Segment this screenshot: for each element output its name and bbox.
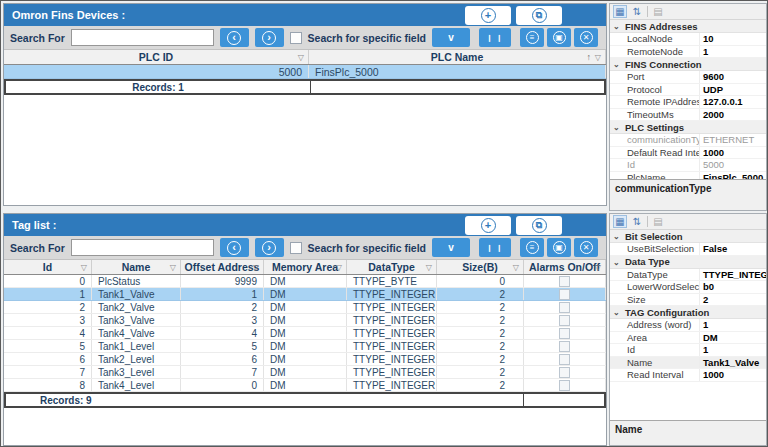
table-row[interactable]: 0 PlcStatus 9999 DM TTYPE_BYTE 0: [4, 275, 606, 288]
property-value[interactable]: TTYPE_INTEGER: [700, 269, 766, 281]
table-row[interactable]: 4 Tank4_Valve 4 DM TTYPE_INTEGER 2: [4, 327, 606, 340]
property-value[interactable]: 1000: [700, 369, 766, 381]
property-row[interactable]: Id5000: [610, 159, 766, 172]
property-row[interactable]: communicationTypeETHERNET: [610, 134, 766, 147]
filter-icon[interactable]: ▽: [595, 53, 601, 62]
property-value[interactable]: b0: [700, 281, 766, 293]
tag-column-id[interactable]: Id ▽: [4, 260, 92, 274]
tag-pause-button[interactable]: ❙ ❙: [479, 238, 511, 257]
tag-column-name[interactable]: Name ▽: [92, 260, 181, 274]
property-row[interactable]: RemoteNode1: [610, 46, 766, 59]
property-value[interactable]: 1000: [700, 147, 766, 159]
alarm-checkbox[interactable]: [559, 315, 570, 326]
chevron-down-icon[interactable]: ⌄: [613, 20, 620, 33]
alarm-checkbox[interactable]: [559, 380, 570, 391]
filter-icon[interactable]: ▽: [426, 263, 432, 272]
tag-validate-button[interactable]: v: [432, 238, 470, 257]
tag-column-datatype[interactable]: DataType ▽: [347, 260, 437, 274]
property-value[interactable]: UDP: [700, 84, 766, 96]
fins-export-button[interactable]: ▣: [547, 28, 571, 47]
fins-menu-button[interactable]: ≡: [520, 28, 544, 47]
property-value[interactable]: 1: [700, 46, 766, 58]
fins-search-next-button[interactable]: ›: [255, 28, 284, 47]
filter-icon[interactable]: ▽: [253, 263, 259, 272]
fins-search-input[interactable]: [71, 29, 214, 46]
property-value[interactable]: False: [700, 243, 766, 255]
tag-export-button[interactable]: ▣: [547, 238, 571, 257]
property-row[interactable]: LowerWordSelectionb0: [610, 281, 766, 294]
chevron-down-icon[interactable]: ⌄: [613, 121, 620, 134]
property-row[interactable]: Port9600: [610, 71, 766, 84]
property-row[interactable]: Size2: [610, 294, 766, 307]
property-value[interactable]: 2: [700, 294, 766, 306]
property-row[interactable]: AreaDM: [610, 332, 766, 345]
property-row[interactable]: NameTank1_Valve: [610, 357, 766, 370]
tag-column-alarms[interactable]: Alarms On/Off ▽: [524, 260, 606, 274]
property-row[interactable]: Read Interval1000: [610, 369, 766, 382]
property-value[interactable]: 1: [700, 319, 766, 331]
filter-icon[interactable]: ▽: [81, 263, 87, 272]
property-row[interactable]: Default Read Interval (m1000: [610, 147, 766, 160]
alarm-checkbox[interactable]: [559, 341, 570, 352]
property-row[interactable]: UseBitSelectionFalse: [610, 243, 766, 256]
categorized-view-icon[interactable]: ▦: [613, 5, 627, 18]
property-value[interactable]: DM: [700, 332, 766, 344]
filter-icon[interactable]: ▽: [513, 263, 519, 272]
property-row[interactable]: PlcNameFinsPlc_5000: [610, 172, 766, 180]
fins-pause-button[interactable]: ❙ ❙: [479, 28, 511, 47]
alarm-checkbox[interactable]: [559, 276, 570, 287]
chevron-down-icon[interactable]: ⌄: [613, 58, 620, 71]
property-value[interactable]: 10: [700, 33, 766, 45]
alarm-checkbox[interactable]: [559, 328, 570, 339]
tag-search-prev-button[interactable]: ‹: [220, 238, 249, 257]
tag-specific-field-checkbox[interactable]: [290, 242, 302, 254]
property-category[interactable]: ⌄FINS Connection: [610, 58, 766, 71]
property-value[interactable]: 9600: [700, 71, 766, 83]
filter-icon[interactable]: ▽: [170, 263, 176, 272]
property-row[interactable]: Id1: [610, 344, 766, 357]
table-row[interactable]: 1 Tank1_Valve 1 DM TTYPE_INTEGER 2: [4, 288, 606, 301]
property-row[interactable]: TimeoutMs2000: [610, 109, 766, 122]
property-value[interactable]: 5000: [700, 159, 766, 171]
property-value[interactable]: FinsPlc_5000: [700, 172, 766, 180]
alarm-checkbox[interactable]: [559, 289, 570, 300]
property-row[interactable]: Address (word)1: [610, 319, 766, 332]
fins-validate-button[interactable]: v: [432, 28, 470, 47]
add-tag-button[interactable]: +: [465, 216, 511, 235]
copy-tag-button[interactable]: ⧉: [516, 216, 562, 235]
chevron-down-icon[interactable]: ⌄: [613, 256, 620, 269]
property-category[interactable]: ⌄Bit Selection: [610, 230, 766, 243]
categorized-view-icon[interactable]: ▦: [613, 215, 627, 228]
copy-device-button[interactable]: ⧉: [516, 6, 562, 25]
tag-column-size[interactable]: Size(B) ▽: [437, 260, 524, 274]
table-row[interactable]: 3 Tank3_Valve 3 DM TTYPE_INTEGER 2: [4, 314, 606, 327]
tag-close-button[interactable]: ✕: [574, 238, 598, 257]
alarm-checkbox[interactable]: [559, 354, 570, 365]
chevron-down-icon[interactable]: ⌄: [613, 306, 620, 319]
fins-column-plc-id[interactable]: PLC ID ▽: [4, 50, 309, 64]
alarm-checkbox[interactable]: [559, 367, 570, 378]
add-device-button[interactable]: +: [465, 6, 511, 25]
property-row[interactable]: LocalNode10: [610, 33, 766, 46]
sort-alphabetical-icon[interactable]: ⇅: [630, 215, 644, 228]
property-value[interactable]: 127.0.0.1: [700, 96, 766, 108]
fins-close-button[interactable]: ✕: [574, 28, 598, 47]
property-category[interactable]: ⌄TAG Configuration: [610, 306, 766, 319]
property-value[interactable]: ETHERNET: [700, 134, 766, 146]
tag-menu-button[interactable]: ≡: [520, 238, 544, 257]
table-row[interactable]: 6 Tank2_Level 6 DM TTYPE_INTEGER 2: [4, 353, 606, 366]
property-category[interactable]: ⌄FINS Addresses: [610, 20, 766, 33]
property-row[interactable]: DataTypeTTYPE_INTEGER: [610, 269, 766, 282]
alarm-checkbox[interactable]: [559, 302, 570, 313]
table-row[interactable]: 7 Tank3_Level 7 DM TTYPE_INTEGER 2: [4, 366, 606, 379]
table-row[interactable]: 5 Tank1_Level 5 DM TTYPE_INTEGER 2: [4, 340, 606, 353]
fins-specific-field-checkbox[interactable]: [290, 32, 302, 44]
tag-search-next-button[interactable]: ›: [255, 238, 284, 257]
filter-icon[interactable]: ▽: [336, 263, 342, 272]
property-row[interactable]: Remote IPAddress127.0.0.1: [610, 96, 766, 109]
sort-alphabetical-icon[interactable]: ⇅: [630, 5, 644, 18]
filter-icon[interactable]: ▽: [298, 53, 304, 62]
tag-column-memory-area[interactable]: Memory Area ▽: [264, 260, 347, 274]
tag-search-input[interactable]: [71, 239, 214, 256]
fins-column-plc-name[interactable]: PLC Name ↑ ▽: [309, 50, 606, 64]
